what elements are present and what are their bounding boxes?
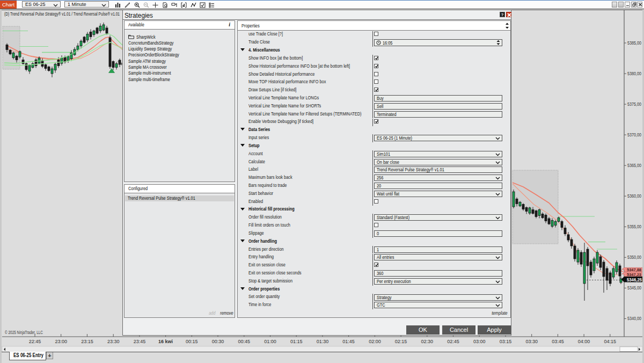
svg-text:23:30: 23:30 (107, 339, 120, 344)
svg-text:5380,00: 5380,00 (627, 71, 641, 76)
svg-text:5340,00: 5340,00 (627, 316, 641, 321)
svg-text:03:30: 03:30 (525, 339, 538, 344)
svg-text:00:15: 00:15 (186, 339, 198, 344)
svg-text:© 2025 NinjaTrader, LLC: © 2025 NinjaTrader, LLC (5, 330, 43, 335)
svg-text:02:30: 02:30 (421, 339, 434, 344)
svg-text:5345,00: 5345,00 (627, 285, 641, 291)
svg-text:5360,00: 5360,00 (627, 193, 641, 199)
svg-text:16 kwi: 16 kwi (158, 339, 173, 344)
svg-text:22:45: 22:45 (29, 339, 41, 344)
svg-text:01:45: 01:45 (342, 339, 355, 344)
svg-text:5346,25: 5346,25 (627, 277, 642, 282)
svg-text:5350,00: 5350,00 (627, 255, 641, 260)
svg-text:04:00: 04:00 (578, 339, 590, 344)
svg-text:03:45: 03:45 (552, 339, 564, 344)
svg-text:(D) Trend Reversal Pulse Strat: (D) Trend Reversal Pulse Strategy® v1.01… (4, 11, 120, 17)
svg-text:00:45: 00:45 (238, 339, 251, 344)
svg-text:23:00: 23:00 (55, 339, 67, 344)
svg-text:04:15: 04:15 (604, 339, 617, 344)
svg-text:01:15: 01:15 (290, 339, 303, 344)
svg-text:01:00: 01:00 (264, 339, 276, 344)
svg-text:5365,00: 5365,00 (627, 163, 641, 168)
svg-text:01:30: 01:30 (317, 339, 329, 344)
svg-text:03:15: 03:15 (500, 339, 512, 344)
svg-text:02:00: 02:00 (369, 339, 381, 344)
svg-text:00:30: 00:30 (212, 339, 224, 344)
svg-text:5375,00: 5375,00 (627, 101, 641, 107)
svg-text:23:15: 23:15 (81, 339, 93, 344)
svg-text:03:00: 03:00 (473, 339, 486, 344)
svg-text:23:45: 23:45 (134, 339, 146, 344)
svg-text:5347,23: 5347,23 (627, 272, 642, 277)
svg-text:5355,00: 5355,00 (627, 224, 641, 229)
svg-text:02:15: 02:15 (395, 339, 407, 344)
svg-text:02:45: 02:45 (447, 339, 459, 344)
svg-text:5370,00: 5370,00 (627, 132, 641, 137)
svg-text:5385,00: 5385,00 (627, 40, 641, 46)
